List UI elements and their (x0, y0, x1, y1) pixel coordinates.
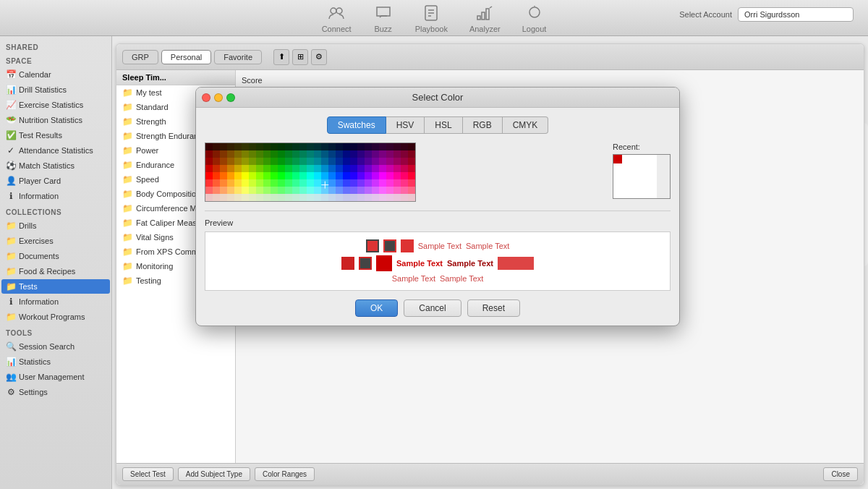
recent-cell-11 (613, 172, 622, 181)
preview-content: Sample Text Sample Text Sample Text Samp… (205, 231, 671, 291)
recent-cell-13 (631, 172, 639, 181)
color-swatch-canvas[interactable] (205, 143, 416, 202)
preview-swatch-dark-red (376, 255, 392, 271)
recent-section: Recent: (613, 143, 671, 202)
dialog-title: Select Color (205, 92, 671, 103)
preview-text-3: Sample Text (392, 274, 435, 283)
recent-label: Recent: (613, 143, 671, 151)
dialog-buttons: OK Cancel Reset (205, 299, 671, 317)
window-traffic-lights (202, 93, 235, 102)
recent-cell-red[interactable] (613, 155, 622, 163)
minimize-traffic-light[interactable] (214, 93, 223, 102)
recent-color-grid (613, 154, 671, 199)
preview-swatch-red-2 (341, 257, 354, 270)
preview-swatch-border-1 (383, 239, 396, 252)
preview-row-3: Sample Text Sample Text (392, 274, 484, 283)
recent-cell-8 (631, 163, 639, 172)
preview-text-bold-2: Sample Text (447, 259, 493, 268)
recent-cell-5 (648, 155, 657, 163)
recent-cell-10 (648, 163, 657, 172)
recent-cell-24 (639, 190, 648, 198)
recent-cell-17 (622, 181, 631, 190)
tab-hsl[interactable]: HSL (425, 116, 462, 134)
recent-cell-12 (622, 172, 631, 181)
preview-row-2: Sample Text Sample Text (341, 255, 534, 271)
preview-swatch-dark-2 (359, 257, 372, 270)
recent-cell-19 (639, 181, 648, 190)
recent-cell-18 (631, 181, 639, 190)
preview-text-1: Sample Text (418, 242, 461, 250)
dialog-overlay: Select Color Swatches HSV HSL RGB CMYK R… (0, 0, 868, 489)
preview-text-2: Sample Text (466, 242, 509, 250)
color-mode-tabs: Swatches HSV HSL RGB CMYK (205, 116, 671, 134)
recent-cell-9 (639, 163, 648, 172)
tab-swatches[interactable]: Swatches (327, 116, 386, 134)
maximize-traffic-light[interactable] (226, 93, 235, 102)
recent-cell-7 (622, 163, 631, 172)
recent-cell-23 (631, 190, 639, 198)
preview-swatch-red-1 (401, 239, 414, 252)
recent-cell-2 (622, 155, 631, 163)
preview-text-bold-1: Sample Text (396, 259, 443, 268)
dialog-titlebar: Select Color (196, 88, 679, 108)
recent-cell-15 (648, 172, 657, 181)
recent-cell-3 (631, 155, 639, 163)
tab-hsv[interactable]: HSV (386, 116, 425, 134)
preview-color-box (498, 257, 534, 270)
recent-cell-21 (613, 190, 622, 198)
recent-cell-4 (639, 155, 648, 163)
preview-text-4: Sample Text (440, 274, 483, 283)
dialog-content: Swatches HSV HSL RGB CMYK Recent: (196, 108, 679, 326)
recent-cell-25 (648, 190, 657, 198)
select-color-dialog: Select Color Swatches HSV HSL RGB CMYK R… (195, 87, 680, 326)
recent-cell-6 (613, 163, 622, 172)
ok-button[interactable]: OK (355, 299, 398, 317)
tab-cmyk[interactable]: CMYK (503, 116, 549, 134)
recent-cell-22 (622, 190, 631, 198)
recent-cell-14 (639, 172, 648, 181)
close-traffic-light[interactable] (202, 93, 210, 102)
preview-row-1: Sample Text Sample Text (366, 239, 510, 252)
swatches-container: Recent: (205, 143, 671, 202)
recent-cell-16 (613, 181, 622, 190)
recent-cell-20 (648, 181, 657, 190)
preview-swatch-dark-1 (366, 239, 379, 252)
reset-button[interactable]: Reset (467, 299, 520, 317)
preview-label: Preview (205, 218, 671, 227)
color-grid-wrapper (205, 143, 604, 202)
tab-rgb[interactable]: RGB (463, 116, 503, 134)
preview-section: Preview Sample Text Sample Text (205, 211, 671, 291)
cancel-button[interactable]: Cancel (404, 299, 461, 317)
